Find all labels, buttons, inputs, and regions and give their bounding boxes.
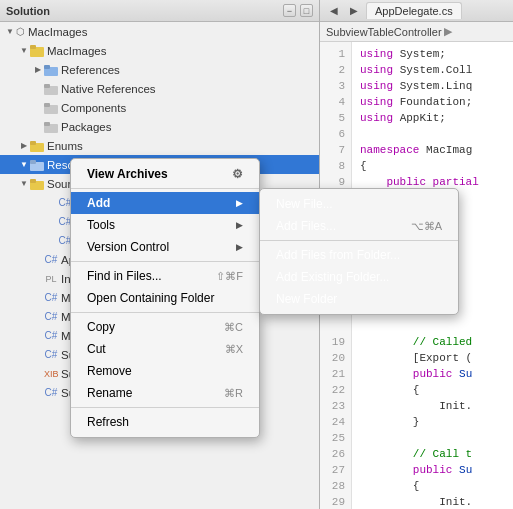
add-files-label: Add Files...	[276, 219, 411, 233]
context-menu-overlay: View Archives ⚙ Add ▶ New File... Add Fi…	[70, 158, 260, 438]
arrow-icon	[18, 45, 30, 57]
ln-28: 28	[320, 478, 345, 494]
code-line-24: }	[360, 414, 505, 430]
submenu-arrow-icon: ▶	[236, 220, 243, 230]
new-file-item[interactable]: New File...	[260, 193, 458, 215]
code-line-21: public Su	[360, 366, 505, 382]
version-control-item[interactable]: Version Control ▶	[71, 236, 259, 258]
ln-3: 3	[320, 78, 345, 94]
new-folder-label: New Folder	[276, 292, 442, 306]
open-containing-label: Open Containing Folder	[87, 291, 243, 305]
nav-forward-button[interactable]: ▶	[346, 3, 362, 19]
refresh-label: Refresh	[87, 415, 243, 429]
add-files-folder-item[interactable]: Add Files from Folder...	[260, 244, 458, 266]
cut-label: Cut	[87, 342, 205, 356]
copy-item[interactable]: Copy ⌘C	[71, 316, 259, 338]
ln-20: 20	[320, 350, 345, 366]
menu-separator	[71, 407, 259, 408]
cut-shortcut: ⌘X	[225, 343, 243, 356]
ln-18	[320, 318, 345, 334]
panel-title: Solution	[6, 5, 50, 17]
code-line-20: [Export (	[360, 350, 505, 366]
cs-icon: C#	[44, 330, 58, 341]
ln-4: 4	[320, 94, 345, 110]
breadcrumb-controller: SubviewTableController	[326, 26, 442, 38]
project-icon	[30, 45, 44, 57]
code-line-4: using Foundation;	[360, 94, 505, 110]
svg-rect-13	[30, 160, 36, 164]
tree-enums[interactable]: Enums	[0, 136, 319, 155]
find-in-files-item[interactable]: Find in Files... ⇧⌘F	[71, 265, 259, 287]
nav-back-button[interactable]: ◀	[326, 3, 342, 19]
svg-rect-9	[44, 122, 50, 126]
menu-separator	[71, 188, 259, 189]
folder-icon	[30, 178, 44, 190]
menu-separator	[71, 261, 259, 262]
ln-7: 7	[320, 142, 345, 158]
ln-26: 26	[320, 446, 345, 462]
add-menu-item[interactable]: Add ▶ New File... Add Files... ⌥⌘A Add F…	[71, 192, 259, 214]
ln-1: 1	[320, 46, 345, 62]
rename-label: Rename	[87, 386, 204, 400]
svg-rect-1	[30, 45, 36, 49]
arrow-icon	[18, 159, 30, 171]
arrow-icon	[32, 64, 44, 76]
rename-shortcut: ⌘R	[224, 387, 243, 400]
tree-item-label: Components	[61, 102, 126, 114]
file-tab[interactable]: AppDelegate.cs	[366, 2, 462, 19]
svg-rect-5	[44, 84, 50, 88]
context-menu: View Archives ⚙ Add ▶ New File... Add Fi…	[70, 158, 260, 438]
code-line-18	[360, 318, 505, 334]
add-existing-folder-item[interactable]: Add Existing Folder...	[260, 266, 458, 288]
tree-project[interactable]: MacImages	[0, 41, 319, 60]
plist-icon: PL	[44, 274, 58, 284]
tree-components[interactable]: Components	[0, 98, 319, 117]
open-containing-item[interactable]: Open Containing Folder	[71, 287, 259, 309]
view-archives-item[interactable]: View Archives ⚙	[71, 163, 259, 185]
folder-icon	[30, 140, 44, 152]
arrow-icon	[18, 140, 30, 152]
cut-item[interactable]: Cut ⌘X	[71, 338, 259, 360]
new-folder-item[interactable]: New Folder	[260, 288, 458, 310]
arrow-icon	[18, 178, 30, 190]
copy-shortcut: ⌘C	[224, 321, 243, 334]
tree-item-label: MacImages	[28, 26, 87, 38]
submenu-separator	[260, 240, 458, 241]
add-files-item[interactable]: Add Files... ⌥⌘A	[260, 215, 458, 237]
code-line-23: Init.	[360, 398, 505, 414]
maximize-button[interactable]: □	[300, 4, 313, 17]
folder-icon	[44, 121, 58, 133]
code-line-19: // Called	[360, 334, 505, 350]
ln-25: 25	[320, 430, 345, 446]
minimize-button[interactable]: −	[283, 4, 296, 17]
code-line-8: {	[360, 158, 505, 174]
tree-references[interactable]: References	[0, 60, 319, 79]
view-archives-label: View Archives	[87, 167, 232, 181]
remove-item[interactable]: Remove	[71, 360, 259, 382]
tree-native-references[interactable]: Native References	[0, 79, 319, 98]
rename-item[interactable]: Rename ⌘R	[71, 382, 259, 404]
tools-menu-item[interactable]: Tools ▶	[71, 214, 259, 236]
ln-21: 21	[320, 366, 345, 382]
code-line-2: using System.Coll	[360, 62, 505, 78]
new-file-label: New File...	[276, 197, 442, 211]
tree-solution-root[interactable]: ⬡ MacImages	[0, 22, 319, 41]
cs-icon: C#	[44, 311, 58, 322]
cs-icon: C#	[44, 254, 58, 265]
svg-rect-3	[44, 65, 50, 69]
refresh-item[interactable]: Refresh	[71, 411, 259, 433]
ln-22: 22	[320, 382, 345, 398]
add-label: Add	[87, 196, 232, 210]
arrow-icon	[4, 26, 16, 38]
breadcrumb-bar: SubviewTableController ▶	[320, 22, 513, 42]
cs-icon: C#	[44, 349, 58, 360]
breadcrumb-sep: ▶	[444, 25, 452, 38]
tree-packages[interactable]: Packages	[0, 117, 319, 136]
tree-item-label: Enums	[47, 140, 83, 152]
ln-23: 23	[320, 398, 345, 414]
folder-icon	[44, 64, 58, 76]
tools-label: Tools	[87, 218, 232, 232]
tree-item-label: Native References	[61, 83, 156, 95]
code-line-5: using AppKit;	[360, 110, 505, 126]
ln-24: 24	[320, 414, 345, 430]
